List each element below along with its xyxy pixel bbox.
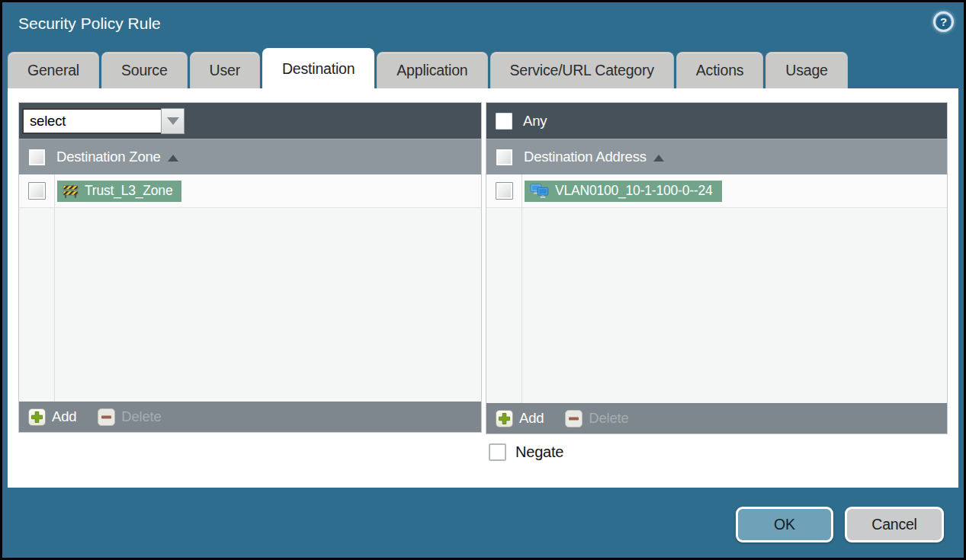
address-select-all-checkbox[interactable]: [496, 149, 513, 166]
destination-address-panel: Any Destination Address: [486, 102, 948, 434]
zone-delete-label: Delete: [121, 408, 161, 425]
any-label: Any: [523, 113, 547, 130]
address-add-label: Add: [519, 410, 544, 427]
add-plus-icon: [496, 410, 513, 427]
chevron-down-icon: [167, 117, 179, 125]
tab-source[interactable]: Source: [101, 52, 188, 88]
tab-destination[interactable]: Destination: [262, 48, 374, 88]
cancel-button[interactable]: Cancel: [845, 507, 944, 542]
address-icon: [530, 184, 549, 199]
add-plus-icon: [28, 408, 46, 426]
tab-application[interactable]: Application: [377, 52, 487, 88]
security-policy-rule-dialog: Security Policy Rule ? General Source Us…: [0, 0, 966, 560]
zone-chip[interactable]: Trust_L3_Zone: [57, 181, 181, 202]
zone-chip-label: Trust_L3_Zone: [85, 183, 172, 199]
checkbox-column-divider: [522, 174, 522, 403]
address-column-header[interactable]: Destination Address: [486, 139, 947, 174]
negate-label: Negate: [515, 443, 563, 461]
address-row-checkbox[interactable]: [496, 182, 513, 200]
address-column-label: Destination Address: [524, 149, 647, 165]
zone-delete-button[interactable]: Delete: [98, 408, 161, 426]
ok-button[interactable]: OK: [736, 507, 833, 542]
tab-bar: General Source User Destination Applicat…: [8, 50, 848, 88]
any-checkbox[interactable]: [496, 113, 512, 130]
address-chip-label: VLAN0100_10-1-100-0--24: [555, 183, 713, 199]
zone-add-label: Add: [52, 408, 76, 425]
zone-table-row[interactable]: Trust_L3_Zone: [19, 174, 481, 208]
checkbox-column-divider: [54, 174, 55, 402]
zone-column-header[interactable]: Destination Zone: [19, 139, 481, 174]
tab-service-url-category[interactable]: Service/URL Category: [490, 52, 674, 88]
zone-icon: [63, 184, 79, 198]
address-footer-bar: Add Delete: [486, 403, 947, 434]
sort-ascending-icon[interactable]: [168, 155, 178, 162]
tab-usage[interactable]: Usage: [765, 52, 847, 88]
address-add-button[interactable]: Add: [496, 410, 544, 427]
zone-row-checkbox[interactable]: [28, 182, 46, 200]
negate-control: Negate: [489, 443, 563, 461]
tab-actions[interactable]: Actions: [676, 52, 764, 88]
destination-tab-content: select Destination Zone: [8, 88, 958, 488]
tab-general[interactable]: General: [8, 52, 99, 88]
address-delete-label: Delete: [589, 410, 628, 427]
zone-select-bar: select: [19, 103, 481, 139]
help-glyph: ?: [940, 15, 947, 28]
address-chip[interactable]: VLAN0100_10-1-100-0--24: [525, 181, 722, 202]
address-delete-button[interactable]: Delete: [565, 410, 628, 427]
delete-minus-icon: [565, 410, 582, 427]
help-icon[interactable]: ?: [933, 11, 954, 32]
delete-minus-icon: [98, 408, 115, 426]
zone-footer-bar: Add Delete: [19, 402, 481, 432]
address-rows-area: VLAN0100_10-1-100-0--24: [486, 174, 947, 403]
sort-ascending-icon[interactable]: [653, 155, 664, 162]
zone-select-value[interactable]: select: [22, 108, 161, 134]
address-table-row[interactable]: VLAN0100_10-1-100-0--24: [486, 174, 947, 208]
zone-add-button[interactable]: Add: [28, 408, 76, 426]
zone-select-combobox[interactable]: select: [22, 108, 185, 134]
address-any-bar: Any: [486, 103, 947, 139]
tab-user[interactable]: User: [190, 52, 260, 88]
zone-rows-area: Trust_L3_Zone: [19, 174, 481, 402]
dialog-title: Security Policy Rule: [18, 14, 161, 33]
zone-select-all-checkbox[interactable]: [28, 149, 46, 166]
zone-select-dropdown-button[interactable]: [161, 108, 185, 134]
destination-zone-panel: select Destination Zone: [18, 102, 482, 433]
zone-column-label: Destination Zone: [56, 149, 161, 165]
negate-checkbox[interactable]: [489, 443, 506, 461]
